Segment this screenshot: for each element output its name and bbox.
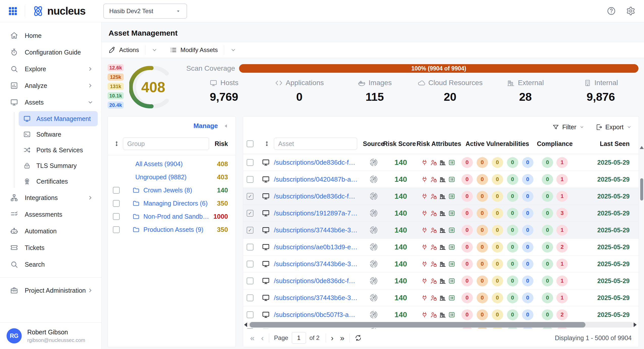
row-checkbox[interactable] <box>247 311 253 318</box>
column-last-seen[interactable]: Last Seen <box>574 140 639 147</box>
severity-chip-critical[interactable]: 12.6k <box>108 64 124 71</box>
refresh-icon[interactable] <box>355 334 362 341</box>
row-checkbox[interactable]: ✓ <box>247 210 253 217</box>
sidebar-item-asset-management[interactable]: Asset Management <box>19 111 98 126</box>
group-name-link[interactable]: Crown Jewels (8) <box>143 187 215 194</box>
modify-assets-chevron-down-icon[interactable] <box>230 47 236 53</box>
table-row[interactable]: /subscriptions/0de836dc-fea8...140000000… <box>243 272 639 289</box>
collapse-panel-icon[interactable] <box>223 123 229 129</box>
settings-gear-icon[interactable] <box>626 6 635 16</box>
group-name-link[interactable]: All Assets (9904) <box>135 160 215 168</box>
severity-chip-info[interactable]: 20.4k <box>108 102 124 109</box>
scroll-left-arrow[interactable] <box>244 322 247 327</box>
table-row[interactable]: ✓/subscriptions/0de836dc-fea8...14000000… <box>243 188 639 205</box>
asset-link[interactable]: /subscriptions/37443b6e-3d2... <box>274 260 362 268</box>
scroll-up-arrow[interactable] <box>640 146 644 149</box>
row-checkbox[interactable] <box>247 294 253 301</box>
asset-link[interactable]: /subscriptions/37443b6e-3d2... <box>274 294 362 302</box>
row-checkbox[interactable] <box>247 261 253 267</box>
group-checkbox[interactable] <box>113 187 120 194</box>
group-row-all-assets-9904[interactable]: All Assets (9904)408 <box>111 157 230 170</box>
sidebar-item-explore[interactable]: Explore <box>0 61 101 77</box>
app-grid-icon[interactable] <box>8 6 18 16</box>
column-active-vulnerabilities[interactable]: Active Vulnerabilities <box>459 140 535 147</box>
asset-sort-icon[interactable] <box>264 140 270 147</box>
sidebar-item-configuration-guide[interactable]: Configuration Guide <box>0 44 101 61</box>
manage-groups-link[interactable]: Manage <box>193 122 218 130</box>
group-row-managing-directors-6[interactable]: Managing Directors (6)350 <box>111 197 230 210</box>
group-row-crown-jewels-8[interactable]: Crown Jewels (8)140 <box>111 184 230 197</box>
table-row[interactable]: /subscriptions/37443b6e-3d2...1400000001… <box>243 289 639 306</box>
help-icon[interactable] <box>607 6 616 16</box>
group-name-link[interactable]: Managing Directors (6) <box>143 200 215 207</box>
group-row-production-assets-9[interactable]: Production Assets (9)350 <box>111 223 230 236</box>
table-row[interactable]: ✓/subscriptions/1912897a-7482...14000000… <box>243 205 639 222</box>
group-row-ungrouped-9882[interactable]: Ungrouped (9882)403 <box>111 170 230 184</box>
export-button[interactable]: Export <box>596 123 632 131</box>
asset-link[interactable]: /subscriptions/0de836dc-fea8... <box>274 192 362 200</box>
group-sort-icon[interactable] <box>113 140 120 147</box>
severity-chip-medium[interactable]: 131k <box>108 83 124 90</box>
actions-button[interactable]: Actions <box>109 46 139 54</box>
group-name-link[interactable]: Production Assets (9) <box>143 226 215 233</box>
column-compliance[interactable]: Compliance <box>535 140 574 147</box>
group-checkbox[interactable] <box>113 226 120 233</box>
sidebar-item-assets[interactable]: Assets <box>0 94 101 111</box>
sidebar-item-project-administration[interactable]: Project Administration <box>0 282 101 299</box>
row-checkbox[interactable]: ✓ <box>247 227 253 234</box>
sidebar-item-automation[interactable]: Automation <box>0 223 101 239</box>
filter-button[interactable]: Filter <box>552 123 584 131</box>
severity-chip-low[interactable]: 10.1k <box>108 92 124 99</box>
table-row[interactable]: ✓/subscriptions/37443b6e-3d2...140000000… <box>243 222 639 239</box>
group-checkbox[interactable] <box>113 213 120 220</box>
table-row[interactable]: /subscriptions/37443b6e-3d2...1400000001… <box>243 256 639 272</box>
page-number-input[interactable] <box>292 332 306 344</box>
table-row[interactable]: /subscriptions/0420487b-a06...1400000001… <box>243 171 639 188</box>
modify-assets-button[interactable]: Modify Assets <box>170 46 218 54</box>
sidebar-item-tickets[interactable]: Tickets <box>0 239 101 256</box>
severity-chip-high[interactable]: 125k <box>108 73 124 81</box>
row-checkbox[interactable] <box>247 159 253 166</box>
previous-page-button[interactable]: ‹ <box>261 334 264 342</box>
next-page-button[interactable]: › <box>331 334 333 342</box>
actions-chevron-down-icon[interactable] <box>151 47 158 53</box>
column-risk-attributes[interactable]: Risk Attributes <box>417 140 459 147</box>
first-page-button[interactable]: « <box>250 334 254 342</box>
vertical-scroll-thumb[interactable] <box>640 178 643 201</box>
group-search-input[interactable] <box>123 137 209 150</box>
asset-link[interactable]: /subscriptions/ae0b13d9-e09c... <box>274 243 362 251</box>
asset-link[interactable]: /subscriptions/37443b6e-3d2... <box>274 226 362 234</box>
user-profile[interactable]: RG Robert Gibson rgibson@nucleussec.com <box>0 322 101 349</box>
column-risk-score[interactable]: Risk Score <box>385 140 417 147</box>
asset-search-input[interactable] <box>274 138 357 150</box>
column-source[interactable]: Source <box>362 140 385 147</box>
sidebar-item-certificates[interactable]: Certificates <box>19 174 98 189</box>
group-checkbox[interactable] <box>113 200 120 207</box>
sidebar-item-home[interactable]: Home <box>0 27 101 44</box>
nucleus-logo[interactable]: nucleus <box>32 5 86 18</box>
last-page-button[interactable]: » <box>340 334 344 342</box>
sidebar-item-assessments[interactable]: Assessments <box>0 206 101 223</box>
scroll-right-arrow[interactable] <box>634 322 637 327</box>
row-checkbox[interactable] <box>247 244 253 251</box>
sidebar-item-integrations[interactable]: Integrations <box>0 189 101 206</box>
group-row-non-prod-and-sandbox[interactable]: Non-Prod and Sandbox...1000 <box>111 210 230 223</box>
sidebar-item-ports-services[interactable]: Ports & Services <box>19 142 98 158</box>
sidebar-item-tls-summary[interactable]: TLS Summary <box>19 158 98 173</box>
asset-link[interactable]: /subscriptions/0de836dc-fea8... <box>274 159 362 166</box>
row-checkbox[interactable] <box>247 278 253 284</box>
table-row[interactable]: /subscriptions/ae0b13d9-e09c...140000000… <box>243 239 639 256</box>
table-row[interactable]: /subscriptions/0de836dc-fea8...140000000… <box>243 154 639 171</box>
asset-link[interactable]: /subscriptions/1912897a-7482... <box>274 209 362 217</box>
asset-link[interactable]: /subscriptions/0de836dc-fea8... <box>274 277 362 285</box>
group-name-link[interactable]: Ungrouped (9882) <box>135 173 215 181</box>
group-name-link[interactable]: Non-Prod and Sandbox... <box>143 213 211 220</box>
row-checkbox[interactable] <box>247 176 253 183</box>
sidebar-item-search[interactable]: Search <box>0 256 101 273</box>
table-row[interactable]: /subscriptions/0bc507f3-ad14...140000000… <box>243 306 639 323</box>
select-all-checkbox[interactable] <box>247 140 253 147</box>
asset-link[interactable]: /subscriptions/0420487b-a06... <box>274 176 362 183</box>
sidebar-item-analyze[interactable]: Analyze <box>0 77 101 94</box>
row-checkbox[interactable]: ✓ <box>247 193 253 200</box>
workspace-selector[interactable]: Hasib Dev2 Test <box>103 4 187 19</box>
